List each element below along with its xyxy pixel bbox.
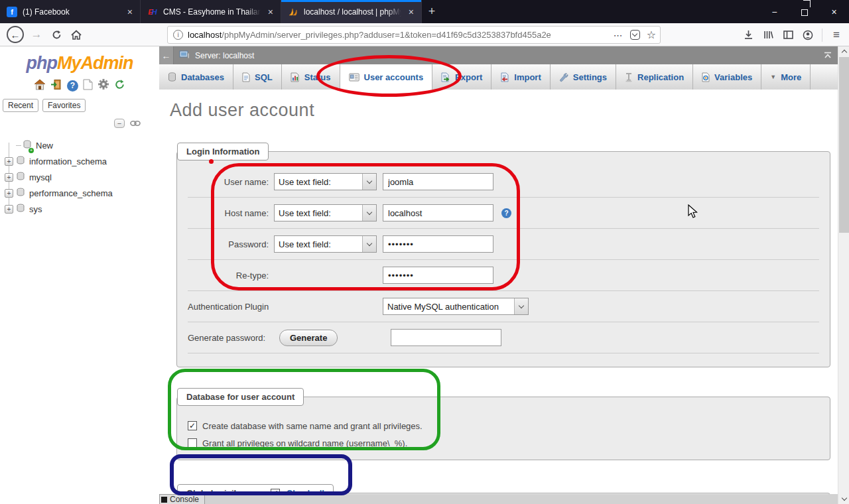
favorites-button[interactable]: Favorites	[42, 99, 86, 112]
tree-item-mysql[interactable]: + mysql	[0, 169, 159, 185]
generate-button[interactable]: Generate	[279, 330, 338, 346]
grant-wildcard-checkbox[interactable]	[188, 438, 197, 448]
retype-label: Re-type:	[188, 271, 274, 281]
sidebar-toggle-icon[interactable]	[778, 25, 798, 45]
collapse-all-button[interactable]: −	[114, 119, 125, 128]
tab-user-accounts[interactable]: User accounts	[340, 64, 433, 90]
home-icon[interactable]	[34, 79, 46, 93]
expand-icon[interactable]: +	[5, 205, 13, 214]
server-icon	[179, 50, 190, 61]
documentation-icon[interactable]	[83, 79, 93, 93]
tab-replication[interactable]: Replication	[616, 64, 693, 90]
auth-plugin-row: Authentication Plugin Native MySQL authe…	[188, 291, 819, 322]
browser-tab-cms[interactable]: EH CMS - Easyhome in Thailand ×	[141, 0, 281, 23]
tab-settings[interactable]: Settings	[551, 64, 616, 90]
databases-icon	[168, 72, 176, 82]
nav-back-button[interactable]: ←	[159, 46, 174, 64]
reload-button[interactable]	[46, 25, 66, 44]
restore-button[interactable]	[789, 0, 819, 23]
tab-export[interactable]: Export	[432, 64, 491, 90]
account-icon[interactable]	[798, 25, 818, 45]
url-actions: ⋯ ☆	[614, 29, 656, 41]
create-database-checkbox[interactable]: ✓	[188, 421, 197, 430]
username-label: User name:	[188, 177, 274, 187]
database-for-user-legend: Database for user account	[177, 388, 304, 406]
browser-nav-toolbar: ← → i localhost/phpMyAdmin/server_privil…	[0, 23, 849, 46]
url-bar[interactable]: i localhost/phpMyAdmin/server_privileges…	[167, 26, 661, 44]
new-tab-button[interactable]: +	[422, 0, 442, 23]
tab-close-icon[interactable]: ×	[407, 7, 416, 17]
expand-icon[interactable]: +	[5, 189, 13, 198]
database-icon	[16, 204, 25, 215]
pma-main-panel: ← Server: localhost Databases SQL Status…	[159, 46, 838, 504]
home-button[interactable]	[66, 25, 86, 44]
console-bar: Console	[159, 494, 838, 504]
minimize-button[interactable]: −	[759, 0, 789, 23]
tree-item-performance-schema[interactable]: + performance_schema	[0, 185, 159, 201]
scrollbar-down-arrow[interactable]	[838, 494, 849, 504]
console-icon	[161, 497, 167, 503]
close-button[interactable]: ×	[819, 0, 849, 23]
library-icon[interactable]	[758, 25, 778, 45]
browser-tab-facebook[interactable]: f (1) Facebook ×	[0, 0, 141, 23]
hostname-help-icon[interactable]: ?	[501, 208, 511, 218]
generate-password-row: Generate password: Generate	[188, 322, 819, 353]
hostname-input[interactable]	[383, 204, 493, 221]
forward-button[interactable]: →	[27, 25, 46, 44]
tab-import[interactable]: Import	[491, 64, 550, 90]
pocket-icon[interactable]	[630, 30, 640, 40]
password-type-select[interactable]: Use text field:	[274, 235, 377, 253]
pma-sidebar: phpMyAdmin ? Recent Favorites − + New	[0, 46, 159, 504]
tree-controls: −	[0, 117, 141, 129]
retype-row: Re-type:	[188, 260, 819, 291]
tab-sql[interactable]: SQL	[233, 64, 282, 90]
tab-close-icon[interactable]: ×	[125, 7, 135, 17]
page-content: Add user account Login Information User …	[159, 90, 838, 504]
scrollbar-up-arrow[interactable]	[838, 46, 849, 56]
recent-button[interactable]: Recent	[3, 99, 38, 112]
page-actions-icon[interactable]: ⋯	[614, 30, 623, 40]
phpmyadmin-logo[interactable]: phpMyAdmin	[0, 53, 159, 74]
tab-title: localhost / localhost | phpMyA	[304, 7, 401, 17]
chevron-down-icon: ▼	[770, 74, 776, 80]
url-text[interactable]: localhost/phpMyAdmin/server_privileges.p…	[188, 30, 614, 40]
expand-icon[interactable]: +	[5, 173, 13, 182]
retype-password-input[interactable]	[383, 267, 493, 284]
hostname-type-select[interactable]: Use text field:	[274, 204, 377, 221]
password-row: Password: Use text field:	[188, 229, 819, 260]
settings-gear-icon[interactable]	[98, 78, 109, 93]
scrollbar-thumb[interactable]	[839, 57, 849, 233]
password-input[interactable]	[383, 235, 493, 253]
tab-close-icon[interactable]: ×	[266, 7, 275, 17]
sidebar-icon-row: ?	[0, 79, 159, 92]
create-database-option: ✓ Create database with same name and gra…	[188, 417, 819, 434]
username-type-select[interactable]: Use text field:	[274, 173, 377, 190]
help-icon[interactable]: ?	[67, 80, 78, 92]
auth-plugin-select[interactable]: Native MySQL authentication	[383, 298, 529, 315]
tab-variables[interactable]: Variables	[693, 64, 761, 90]
tab-status[interactable]: Status	[282, 64, 340, 90]
menu-hamburger-icon[interactable]: ≡	[826, 25, 846, 45]
download-icon[interactable]	[738, 25, 758, 45]
tree-item-information-schema[interactable]: + information_schema	[0, 153, 159, 169]
generated-password-input[interactable]	[391, 329, 501, 346]
expand-icon[interactable]: +	[5, 157, 13, 166]
bookmark-star-icon[interactable]: ☆	[647, 29, 656, 41]
tree-item-new[interactable]: + New	[0, 137, 159, 153]
username-input[interactable]	[383, 173, 493, 190]
chevron-down-icon	[362, 205, 376, 221]
link-icon[interactable]	[130, 117, 141, 129]
back-button[interactable]: ←	[7, 26, 24, 43]
console-toggle[interactable]: Console	[159, 494, 205, 504]
login-information-legend: Login Information	[177, 143, 269, 160]
vertical-scrollbar[interactable]	[838, 46, 849, 504]
tab-more[interactable]: ▼ More	[761, 64, 811, 90]
tab-databases[interactable]: Databases	[159, 64, 233, 90]
site-info-icon[interactable]: i	[173, 30, 183, 40]
browser-tab-phpmyadmin[interactable]: localhost / localhost | phpMyA ×	[281, 0, 422, 23]
refresh-icon[interactable]	[114, 79, 125, 93]
scroll-top-icon[interactable]	[822, 50, 834, 62]
tree-item-sys[interactable]: + sys	[0, 201, 159, 217]
tab-title: (1) Facebook	[23, 7, 120, 17]
log-out-icon[interactable]	[50, 79, 62, 93]
